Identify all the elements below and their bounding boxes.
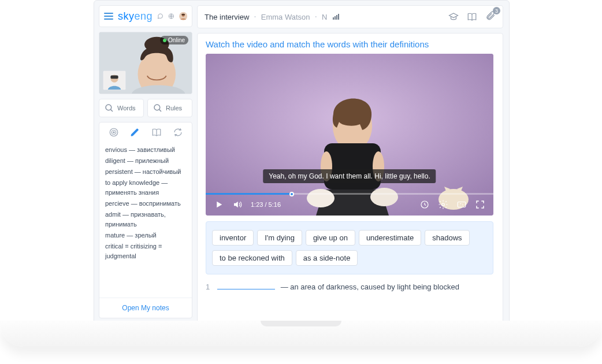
fullscreen-icon[interactable] [475,199,485,210]
word-bank: inventorI'm dyinggive up onunderestimate… [206,221,493,274]
vocab-entry[interactable]: to apply knowledge — применять знания [105,177,186,198]
laptop-base [0,321,602,347]
play-icon[interactable] [214,199,224,210]
vocab-toolbar [99,122,192,142]
svg-point-10 [154,105,160,110]
lesson-header: The interview · Emma Watson · N 3 [197,5,503,28]
lesson-subtitle: Emma Watson [261,13,310,21]
search-icon [104,103,114,113]
svg-point-23 [442,203,445,206]
search-words[interactable]: Words [99,99,144,117]
search-rules[interactable]: Rules [147,99,192,117]
video-player[interactable]: Yeah, oh my God. I want them all. Hi, li… [206,54,493,216]
captions-icon[interactable] [456,199,467,210]
vocabulary-list: envious — завистливыйdiligent — прилежны… [99,142,192,298]
vocabulary-panel: envious — завистливыйdiligent — прилежны… [99,122,192,318]
search-words-label: Words [117,105,136,112]
online-badge: Online [160,36,188,44]
word-chip[interactable]: shadows [425,230,469,246]
vocab-entry[interactable]: persistent — настойчивый [105,166,186,177]
self-view[interactable] [103,70,126,90]
open-book-icon[interactable] [467,12,477,22]
chat-bubble-icon[interactable] [157,11,163,21]
exercise-definition: — an area of darkness, caused by light b… [281,283,459,291]
vocab-entry[interactable]: mature — зрелый [105,230,186,241]
exercise-number: 1 [206,283,211,291]
teacher-avatar[interactable] [179,9,187,23]
word-chip[interactable]: underestimate [359,230,421,246]
signal-icon [333,14,339,20]
vocab-entry[interactable]: admit — признавать, принимать [105,209,186,230]
lesson-content: Watch the video and match the words with… [197,33,503,323]
open-notes-button[interactable]: Open My notes [99,298,192,318]
attachments-badge: 3 [493,7,500,14]
vocab-entry[interactable]: envious — завистливый [105,144,186,155]
vocab-entry[interactable]: diligent — прилежный [105,155,186,166]
book-icon[interactable] [151,127,162,138]
target-icon[interactable] [109,127,119,138]
word-chip[interactable]: inventor [212,230,254,246]
word-chip[interactable]: I'm dying [257,230,302,246]
video-time: 1:23 / 5:16 [251,201,281,208]
vocab-entry[interactable]: critical = critisizing = judgmental [105,241,186,262]
word-chip[interactable]: as a side-note [296,250,358,266]
pen-icon[interactable] [130,127,140,138]
svg-rect-24 [458,202,466,207]
svg-point-13 [113,132,114,133]
video-subtitle: Yeah, oh my God. I want them all. Hi, li… [263,169,436,183]
refresh-icon[interactable] [173,127,183,138]
settings-icon[interactable] [438,199,448,210]
search-icon [153,103,163,113]
menu-icon[interactable] [104,13,113,20]
graduation-cap-icon[interactable] [448,12,459,22]
webcam-panel: Online [99,32,192,94]
loop-icon[interactable] [419,199,430,210]
logo: skyeng [118,10,153,23]
word-chip[interactable]: give up on [306,230,355,246]
search-rules-label: Rules [166,105,182,112]
svg-rect-8 [110,76,118,79]
globe-icon[interactable] [168,11,174,21]
vocab-entry[interactable]: percieve — воспринимать [105,198,186,209]
exercise-item: 1 — an area of darkness, caused by light… [206,281,493,291]
task-instruction: Watch the video and match the words with… [198,34,501,54]
word-chip[interactable]: to be reckoned with [212,250,292,266]
lesson-level: N [322,13,327,21]
svg-point-9 [106,105,112,110]
lesson-title: The interview [205,13,249,21]
sidebar-header: skyeng [99,5,192,27]
answer-blank[interactable] [217,281,275,289]
volume-icon[interactable] [232,199,243,210]
